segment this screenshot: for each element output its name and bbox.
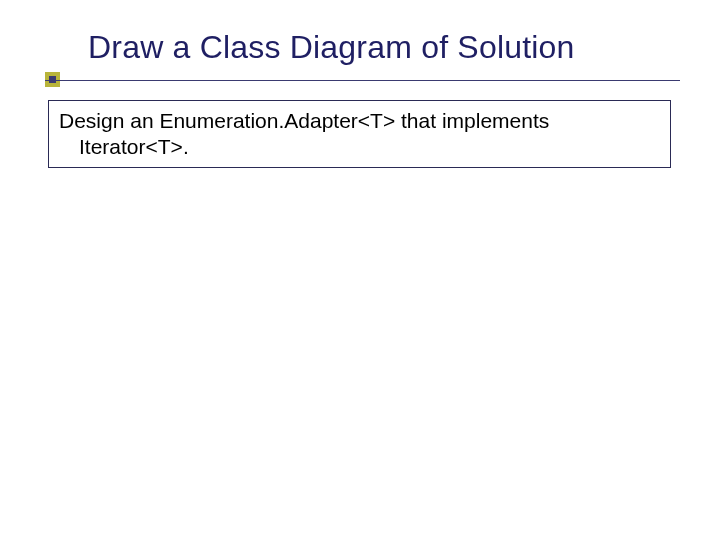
body-text: Design an Enumeration.Adapter<T> that im… [59, 108, 660, 159]
title-area: Draw a Class Diagram of Solution [88, 30, 668, 65]
body-line-1: Design an Enumeration.Adapter<T> that im… [59, 109, 549, 132]
body-line-2: Iterator<T>. [59, 134, 660, 160]
slide: Draw a Class Diagram of Solution Design … [0, 0, 720, 540]
title-underline [45, 80, 680, 81]
body-box: Design an Enumeration.Adapter<T> that im… [48, 100, 671, 168]
slide-title: Draw a Class Diagram of Solution [88, 30, 668, 65]
